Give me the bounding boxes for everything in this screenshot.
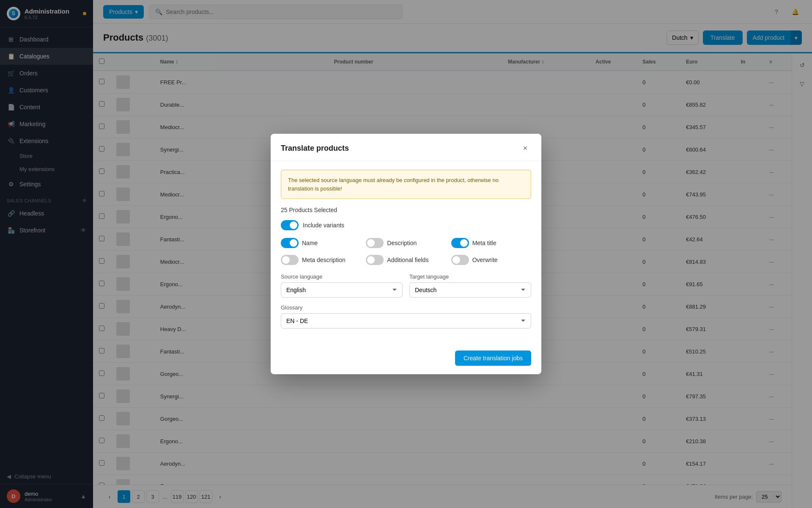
field-overwrite-row: Overwrite: [451, 255, 531, 265]
toggle-slider-meta: [451, 238, 469, 248]
field-overwrite-toggle[interactable]: [451, 255, 469, 265]
include-variants-row: Include variants: [281, 220, 531, 230]
toggle-slider-name: [281, 238, 299, 248]
create-translation-jobs-button[interactable]: Create translation jobs: [455, 351, 531, 366]
field-description-row: Description: [366, 238, 446, 248]
field-additional-label: Additional fields: [387, 257, 428, 263]
glossary-label: Glossary: [281, 304, 531, 311]
target-language-group: Target language Deutsch English French: [409, 273, 531, 298]
modal-overlay[interactable]: Translate products × The selected source…: [0, 0, 812, 508]
field-name-toggle[interactable]: [281, 238, 299, 248]
modal-header: Translate products ×: [271, 134, 541, 161]
warning-message: The selected source language must alread…: [281, 170, 531, 199]
selected-count: 25 Products Selected: [281, 207, 531, 213]
translate-products-modal: Translate products × The selected source…: [271, 134, 541, 374]
field-overwrite-label: Overwrite: [472, 257, 498, 263]
field-meta-desc-toggle[interactable]: [281, 255, 299, 265]
field-meta-title-toggle[interactable]: [451, 238, 469, 248]
field-additional-toggle[interactable]: [366, 255, 384, 265]
modal-body: The selected source language must alread…: [271, 161, 541, 345]
source-language-group: Source language English German French: [281, 273, 403, 298]
target-language-label: Target language: [409, 273, 531, 280]
field-name-label: Name: [302, 240, 318, 246]
modal-close-button[interactable]: ×: [519, 142, 531, 154]
include-variants-label: Include variants: [303, 222, 344, 229]
glossary-select[interactable]: EN - DE EN - FR: [281, 313, 531, 329]
modal-title: Translate products: [281, 144, 349, 153]
field-meta-desc-label: Meta description: [302, 257, 346, 263]
toggle-slider-add: [366, 255, 384, 265]
field-description-toggle[interactable]: [366, 238, 384, 248]
toggle-slider: [281, 220, 299, 230]
field-meta-title-label: Meta title: [472, 240, 497, 246]
modal-footer: Create translation jobs: [271, 345, 541, 374]
field-description-label: Description: [387, 240, 417, 246]
toggle-slider-metadesc: [281, 255, 299, 265]
glossary-section: Glossary EN - DE EN - FR: [281, 304, 531, 329]
toggle-slider-overwrite: [451, 255, 469, 265]
language-row: Source language English German French Ta…: [281, 273, 531, 298]
field-name-row: Name: [281, 238, 361, 248]
target-language-select[interactable]: Deutsch English French: [409, 282, 531, 298]
field-meta-title-row: Meta title: [451, 238, 531, 248]
close-icon: ×: [523, 144, 528, 153]
include-variants-toggle[interactable]: [281, 220, 299, 230]
fields-grid: Name Description Meta title: [281, 238, 531, 265]
source-language-select[interactable]: English German French: [281, 282, 403, 298]
field-additional-row: Additional fields: [366, 255, 446, 265]
field-meta-desc-row: Meta description: [281, 255, 361, 265]
toggle-slider-desc: [366, 238, 384, 248]
source-language-label: Source language: [281, 273, 403, 280]
